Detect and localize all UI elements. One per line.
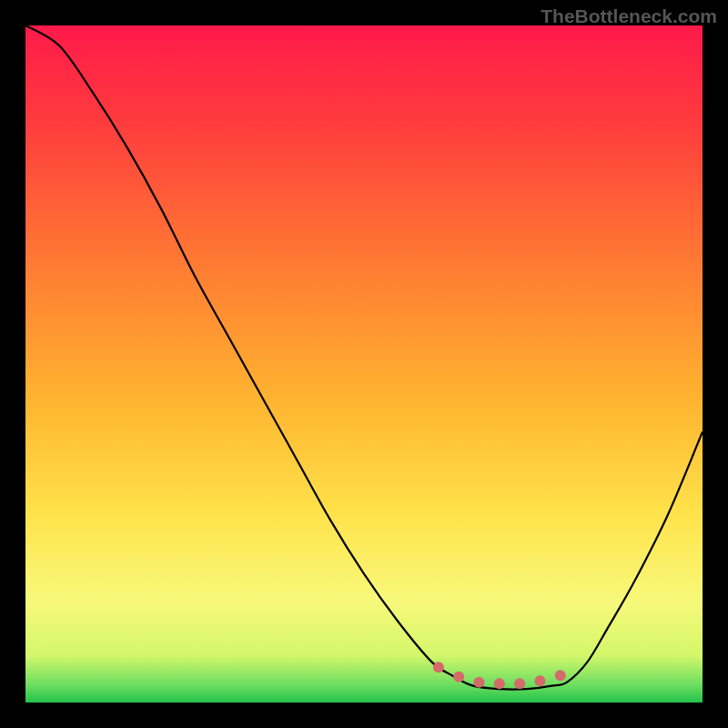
marker-dot — [453, 672, 464, 682]
watermark-text: TheBottleneck.com — [541, 5, 717, 27]
gradient-background — [25, 25, 703, 703]
marker-dot — [494, 678, 505, 689]
chart-svg — [25, 25, 703, 703]
chart-container: TheBottleneck.com — [0, 0, 728, 728]
marker-dot — [534, 675, 545, 686]
marker-dot — [433, 662, 444, 672]
marker-dot — [555, 670, 566, 681]
plot-area — [25, 25, 703, 703]
marker-dot — [473, 677, 484, 688]
marker-dot — [514, 678, 525, 689]
